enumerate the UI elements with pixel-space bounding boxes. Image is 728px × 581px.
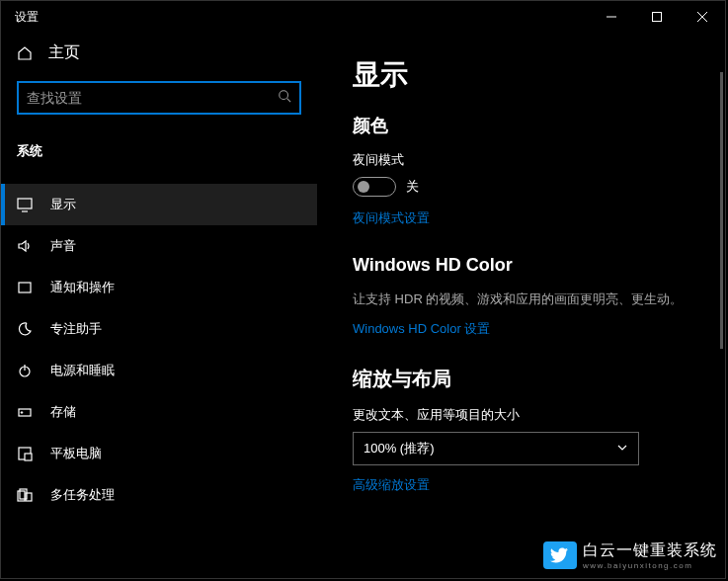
sidebar-item-multitask[interactable]: 多任务处理 (1, 474, 317, 516)
sidebar-item-label: 通知和操作 (50, 279, 115, 296)
search-input[interactable] (27, 90, 278, 106)
page-title: 显示 (353, 56, 689, 94)
sound-icon (17, 238, 33, 254)
power-icon (17, 363, 33, 378)
sidebar-item-sound[interactable]: 声音 (1, 225, 317, 267)
sidebar: 主页 系统 显示 声音 通知和操作 专注助手 (1, 33, 317, 578)
search-icon (278, 89, 291, 107)
hd-color-settings-link[interactable]: Windows HD Color 设置 (353, 320, 490, 338)
watermark-url: www.baiyunxitong.com (583, 561, 717, 570)
titlebar: 设置 (1, 1, 725, 33)
sidebar-item-tablet[interactable]: 平板电脑 (1, 433, 317, 474)
sidebar-item-notifications[interactable]: 通知和操作 (1, 267, 317, 308)
main-area: 主页 系统 显示 声音 通知和操作 专注助手 (1, 33, 725, 578)
close-button[interactable] (680, 1, 725, 33)
scale-dropdown[interactable]: 100% (推荐) (353, 432, 639, 465)
section-title: 系统 (1, 134, 317, 168)
svg-rect-1 (653, 13, 662, 22)
night-mode-toggle[interactable] (353, 177, 396, 197)
color-heading: 颜色 (353, 114, 689, 137)
dropdown-value: 100% (推荐) (364, 440, 435, 457)
sidebar-item-storage[interactable]: 存储 (1, 391, 317, 433)
svg-point-4 (280, 91, 288, 100)
svg-line-5 (287, 99, 291, 103)
scale-section: 缩放与布局 更改文本、应用等项目的大小 100% (推荐) 高级缩放设置 (353, 366, 689, 494)
monitor-icon (17, 197, 33, 212)
watermark: 白云一键重装系统 www.baiyunxitong.com (543, 540, 717, 570)
toggle-knob (358, 181, 369, 193)
content-area: 显示 颜色 夜间模式 关 夜间模式设置 Windows HD Color 让支持… (317, 33, 725, 578)
svg-point-12 (21, 412, 23, 414)
color-section: 颜色 夜间模式 关 夜间模式设置 (353, 114, 689, 227)
scrollbar[interactable] (720, 72, 723, 349)
chevron-down-icon (616, 440, 628, 457)
window-controls (589, 1, 725, 33)
sidebar-item-label: 专注助手 (50, 320, 102, 338)
scale-label: 更改文本、应用等项目的大小 (353, 406, 689, 424)
svg-rect-8 (19, 283, 31, 292)
settings-window: 设置 主页 系统 显示 声音 (0, 0, 726, 579)
minimize-button[interactable] (589, 1, 634, 33)
sidebar-item-label: 声音 (50, 237, 76, 255)
night-mode-toggle-row: 关 (353, 177, 689, 197)
home-icon (17, 45, 33, 61)
tablet-icon (17, 446, 33, 461)
watermark-cn: 白云一键重装系统 (583, 540, 717, 561)
advanced-scale-link[interactable]: 高级缩放设置 (353, 476, 430, 494)
sidebar-item-power[interactable]: 电源和睡眠 (1, 350, 317, 391)
watermark-badge-icon (543, 541, 577, 569)
storage-icon (17, 404, 33, 420)
multitask-icon (17, 487, 33, 503)
night-mode-label: 夜间模式 (353, 151, 689, 169)
watermark-text: 白云一键重装系统 www.baiyunxitong.com (583, 540, 717, 570)
scale-heading: 缩放与布局 (353, 366, 689, 392)
notification-icon (17, 280, 33, 295)
sidebar-item-label: 电源和睡眠 (50, 362, 115, 379)
app-title: 设置 (15, 9, 39, 26)
moon-icon (17, 321, 33, 337)
hd-color-description: 让支持 HDR 的视频、游戏和应用的画面更明亮、更生动。 (353, 290, 689, 309)
sidebar-item-label: 多任务处理 (50, 486, 115, 504)
sidebar-item-focus[interactable]: 专注助手 (1, 308, 317, 350)
sidebar-item-label: 存储 (50, 403, 76, 421)
home-button[interactable]: 主页 (1, 33, 317, 73)
hd-color-section: Windows HD Color 让支持 HDR 的视频、游戏和应用的画面更明亮… (353, 255, 689, 338)
sidebar-item-label: 显示 (50, 196, 76, 213)
svg-rect-6 (18, 199, 32, 208)
svg-rect-14 (25, 454, 32, 460)
night-mode-settings-link[interactable]: 夜间模式设置 (353, 209, 430, 227)
hd-color-heading: Windows HD Color (353, 255, 689, 276)
toggle-state-label: 关 (406, 178, 419, 196)
sidebar-item-label: 平板电脑 (50, 445, 102, 462)
maximize-button[interactable] (634, 1, 680, 33)
search-box[interactable] (17, 81, 301, 115)
sidebar-item-display[interactable]: 显示 (1, 184, 317, 225)
home-label: 主页 (48, 42, 80, 63)
